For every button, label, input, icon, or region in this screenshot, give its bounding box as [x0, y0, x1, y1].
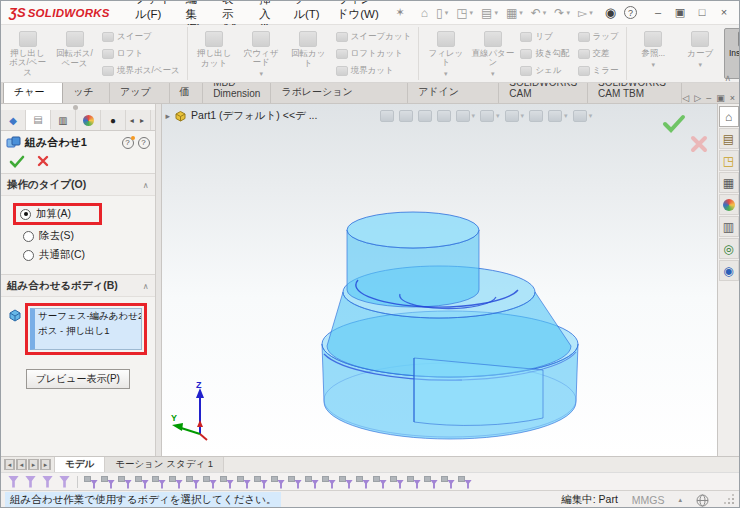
toggle-selection-filter-toolbar-icon[interactable] — [6, 475, 21, 489]
mirror-icon[interactable]: ミラー ▾ — [574, 62, 623, 79]
reference-geometry-icon[interactable]: 参照... ▾ — [630, 28, 677, 79]
property-manager-icon[interactable]: ▤ — [26, 110, 51, 130]
filter-coordinate-systems-icon[interactable] — [219, 475, 234, 489]
filter-weld-symbols-icon[interactable] — [440, 475, 455, 489]
model-tab[interactable]: モーション スタディ 1 — [105, 457, 224, 472]
ok-button[interactable] — [9, 155, 25, 168]
boundary-boss-icon[interactable]: 境界ボス/ベース ▾ — [98, 62, 184, 79]
lofted-cut-icon[interactable]: ロフトカット ▾ — [332, 45, 416, 62]
view-orientation-icon[interactable]: ▾ — [456, 110, 476, 122]
body-list-item[interactable]: ボス - 押し出し1 — [35, 324, 141, 339]
model-tab[interactable]: モデル — [55, 457, 105, 472]
open-icon[interactable]: ◳▾ — [452, 6, 477, 20]
operation-radio-option[interactable]: 共通部(C) — [19, 247, 89, 263]
fillet-icon[interactable]: フィレット ▾ — [422, 28, 469, 80]
part-label[interactable]: Part1 (デフォルト) <<デ ... — [191, 109, 317, 123]
restore-button[interactable]: ▣ — [669, 4, 691, 21]
filter-center-marks-icon[interactable] — [304, 475, 319, 489]
confirmation-cancel-icon[interactable] — [690, 135, 708, 153]
rib-icon[interactable]: リブ ▾ — [516, 28, 573, 45]
filter-axes-icon[interactable] — [168, 475, 183, 489]
next-tab-icon[interactable]: ▸ — [28, 459, 39, 470]
maximize-button[interactable]: □ — [691, 4, 713, 21]
instant3d-icon[interactable]: Instant3D ▾ — [724, 28, 739, 79]
bodies-section-header[interactable]: 組み合わせるボディ(B) ∧ — [1, 275, 155, 297]
draft-icon[interactable]: 抜き勾配 ▾ — [516, 45, 573, 62]
filter-solid-bodies-icon[interactable] — [151, 475, 166, 489]
filter-origins-icon[interactable] — [202, 475, 217, 489]
filter-surface-finish-icon[interactable] — [372, 475, 387, 489]
revolve-boss-base-icon[interactable]: 回転ボス/ベース ▾ — [51, 28, 98, 79]
filter-routing-points-icon[interactable] — [457, 475, 472, 489]
filter-sketch-segments-icon[interactable] — [270, 475, 285, 489]
save-icon[interactable]: ▤▾ — [477, 6, 502, 20]
unit-system[interactable]: MMGS — [632, 494, 665, 506]
swept-cut-icon[interactable]: スイープカット ▾ — [332, 28, 416, 45]
operation-type-section-header[interactable]: 操作のタイプ(O) ∧ — [1, 174, 155, 196]
confirmation-ok-icon[interactable] — [662, 114, 686, 134]
bodies-to-combine-list[interactable]: サーフェス-編みあわせ2ボス - 押し出し1 — [30, 308, 142, 350]
filter-dimensions-icon[interactable] — [338, 475, 353, 489]
first-tab-icon[interactable]: ◂ — [4, 459, 15, 470]
next-pane-icon[interactable]: ▷ — [694, 93, 701, 103]
home-icon[interactable]: ⌂▾ — [417, 6, 432, 20]
flyout-arrow-icon[interactable]: ▸ — [166, 111, 171, 121]
lofted-boss-icon[interactable]: ロフト ▾ — [98, 45, 184, 62]
select-through-transparency-icon[interactable] — [40, 475, 55, 489]
print-icon[interactable]: ▦▾ — [502, 6, 527, 20]
minimize-pane-icon[interactable]: – — [706, 93, 711, 103]
intersect-icon[interactable]: 交差 ▾ — [574, 45, 623, 62]
combined-body-model[interactable] — [322, 212, 578, 439]
filter-datums-icon[interactable] — [423, 475, 438, 489]
whats-new-help-icon[interactable]: ? — [122, 137, 134, 149]
new-document-icon[interactable]: ▯▾ — [432, 6, 452, 20]
display-manager-icon[interactable]: ● — [101, 110, 126, 130]
zoom-area-icon[interactable]: ▾ — [399, 110, 413, 122]
feature-tree-flyout[interactable]: ▸ Part1 (デフォルト) <<デ ... — [166, 109, 318, 123]
redo-icon[interactable]: ↷▾ — [550, 6, 574, 20]
boundary-cut-icon[interactable]: 境界カット ▾ — [332, 62, 416, 79]
filter-edges-icon[interactable] — [100, 475, 115, 489]
filter-midpoints-icon[interactable] — [287, 475, 302, 489]
filter-hole-callouts-icon[interactable] — [355, 475, 370, 489]
panel-splitter-handle[interactable] — [73, 105, 78, 110]
feature-manager-design-tree-icon[interactable]: ◆ — [1, 110, 26, 130]
tags-globe-icon[interactable] — [696, 494, 709, 507]
curves-icon[interactable]: カーブ ▾ — [677, 28, 724, 79]
filter-planes-icon[interactable] — [185, 475, 200, 489]
hole-wizard-icon[interactable]: 穴ウィザード ▾ — [238, 28, 285, 80]
wrap-icon[interactable]: ラップ ▾ — [574, 28, 623, 45]
last-tab-icon[interactable]: ▸ — [40, 459, 51, 470]
magnified-selection-icon[interactable] — [57, 475, 72, 489]
extrude-boss-base-icon[interactable]: 押し出しボス/ベース ▾ — [4, 28, 51, 80]
close-button[interactable]: × — [713, 4, 735, 21]
select-icon[interactable]: ▻▾ — [574, 6, 597, 20]
hide-show-items-icon[interactable]: ▾ — [505, 110, 525, 122]
show-preview-button[interactable]: プレビュー表示(P) — [26, 369, 130, 389]
revolved-cut-icon[interactable]: 回転カット ▾ — [285, 28, 332, 79]
apply-scene-icon[interactable]: ▾ — [548, 110, 568, 122]
shell-icon[interactable]: シェル ▾ — [516, 62, 573, 79]
account-icon[interactable]: ◉ — [605, 5, 616, 20]
zoom-fit-icon[interactable]: ▾ — [380, 110, 394, 122]
filter-faces-icon[interactable] — [117, 475, 132, 489]
filter-notes-icon[interactable] — [406, 475, 421, 489]
extruded-cut-icon[interactable]: 押し出しカット ▾ — [191, 28, 238, 79]
filter-surface-bodies-icon[interactable] — [134, 475, 149, 489]
swept-boss-icon[interactable]: スイープ ▾ — [98, 28, 184, 45]
display-style-icon[interactable]: ▾ — [480, 110, 500, 122]
edit-appearance-icon[interactable]: ▾ — [529, 110, 543, 122]
view-settings-icon[interactable]: ▾ — [573, 110, 593, 122]
filter-sketches-icon[interactable] — [253, 475, 268, 489]
undo-icon[interactable]: ↶▾ — [527, 6, 551, 20]
section-view-icon[interactable]: ▾ — [437, 110, 451, 122]
help-icon[interactable]: ? — [624, 6, 637, 19]
previous-view-icon[interactable]: ▾ — [418, 110, 432, 122]
unit-caret-icon[interactable]: ▴ — [678, 496, 682, 504]
operation-radio-option[interactable]: 加算(A) — [13, 203, 102, 225]
filter-sketch-points-icon[interactable] — [236, 475, 251, 489]
cancel-button[interactable] — [37, 155, 49, 167]
configuration-manager-icon[interactable]: ▥ — [51, 110, 76, 130]
minimize-button[interactable]: – — [647, 4, 669, 21]
body-list-item[interactable]: サーフェス-編みあわせ2 — [35, 309, 141, 324]
